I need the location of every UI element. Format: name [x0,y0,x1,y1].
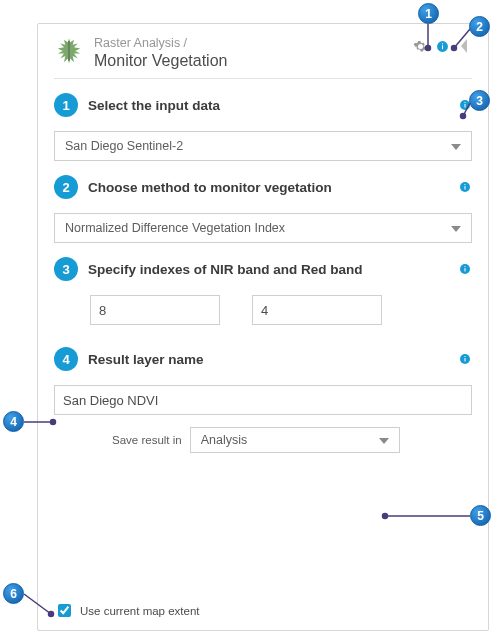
step-badge: 1 [54,93,78,117]
svg-rect-2 [441,43,442,44]
info-icon[interactable] [434,38,450,54]
svg-rect-14 [465,356,466,357]
info-icon[interactable] [458,180,472,194]
callout-3: 3 [469,90,490,111]
panel-header: Raster Analysis / Monitor Vegetation [54,36,472,78]
section-title: Select the input data [88,98,448,113]
result-layer-name-input[interactable] [54,385,472,415]
use-extent-checkbox[interactable] [58,604,71,617]
callout-5: 5 [470,505,491,526]
red-band-input[interactable] [252,295,382,325]
select-value: San Diego Sentinel-2 [65,139,443,153]
gear-icon[interactable] [412,38,428,54]
select-value: Normalized Difference Vegetation Index [65,221,443,235]
breadcrumb: Raster Analysis / [94,36,402,51]
step-badge: 4 [54,347,78,371]
section-result-layer: 4 Result layer name Save result in Analy… [54,347,472,453]
info-icon[interactable] [458,352,472,366]
back-chevron-icon[interactable] [456,38,472,54]
svg-rect-8 [465,184,466,185]
panel-footer: Use current map extent [54,601,472,620]
chevron-down-icon [451,139,461,153]
chevron-down-icon [379,433,389,447]
chevron-down-icon [451,221,461,235]
callout-2: 2 [469,16,490,37]
section-input-data: 1 Select the input data San Diego Sentin… [54,93,472,161]
input-data-select[interactable]: San Diego Sentinel-2 [54,131,472,161]
select-value: Analysis [201,433,371,447]
callout-4: 4 [3,411,24,432]
use-extent-label: Use current map extent [80,605,200,617]
section-title: Specify indexes of NIR band and Red band [88,262,448,277]
step-badge: 2 [54,175,78,199]
page-title: Monitor Vegetation [94,51,402,70]
leaf-icon [54,36,84,66]
svg-rect-10 [465,268,466,272]
info-icon[interactable] [458,262,472,276]
svg-rect-1 [441,45,442,49]
svg-rect-13 [465,358,466,362]
section-bands: 3 Specify indexes of NIR band and Red ba… [54,257,472,325]
use-extent-row[interactable]: Use current map extent [54,601,472,620]
step-badge: 3 [54,257,78,281]
raster-analysis-panel: Raster Analysis / Monitor Vegetation 1 S… [37,23,489,631]
nir-band-input[interactable] [90,295,220,325]
section-title: Result layer name [88,352,448,367]
save-in-label: Save result in [112,434,182,446]
svg-rect-4 [465,104,466,108]
callout-6: 6 [3,583,24,604]
section-title: Choose method to monitor vegetation [88,180,448,195]
svg-rect-11 [465,266,466,267]
svg-rect-5 [465,102,466,103]
callout-1: 1 [418,3,439,24]
method-select[interactable]: Normalized Difference Vegetation Index [54,213,472,243]
save-in-select[interactable]: Analysis [190,427,400,453]
svg-rect-7 [465,186,466,190]
section-method: 2 Choose method to monitor vegetation No… [54,175,472,243]
divider [54,78,472,79]
